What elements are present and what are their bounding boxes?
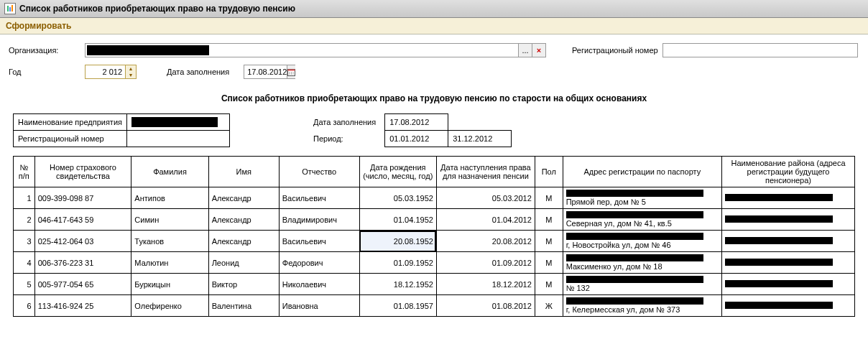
col-num: № п/п [14,157,35,187]
org-clear-button[interactable]: × [532,44,545,57]
col-patr: Отчество [279,157,359,187]
table-row[interactable]: 6113-416-924 25ОлефиренкоВалентинаИванов… [14,295,855,317]
col-pd: Дата наступления права для назначения пе… [436,157,535,187]
year-down-button[interactable]: ▼ [126,72,136,78]
app-icon [4,3,16,14]
window-title: Список работников приобретающих право на… [19,4,295,14]
col-dist: Наименование района (адреса регистрации … [722,157,855,187]
org-lookup-button[interactable]: ... [518,44,532,57]
date-info-table: Дата заполнения 17.08.2012 Период: 01.01… [309,113,512,147]
fill-date-value2: 17.08.2012 [385,114,448,131]
table-row[interactable]: 2046-417-643 59СиминАлександрВладимирови… [14,209,855,231]
data-table[interactable]: № п/п Номер страхового свидетельства Фам… [13,156,855,317]
period-from: 01.01.2012 [385,131,448,147]
reg-input[interactable] [662,43,858,57]
table-row[interactable]: 1009-399-098 87АнтиповАлександрВасильеви… [14,187,855,209]
generate-button[interactable]: Сформировать [6,21,71,31]
header-row: № п/п Номер страхового свидетельства Фам… [14,157,855,187]
col-bd: Дата рождения (число, месяц, год) [359,157,436,187]
col-name: Имя [208,157,279,187]
toolbar: Сформировать [0,18,868,34]
svg-rect-2 [11,5,13,11]
col-fam: Фамилия [131,157,208,187]
year-input[interactable]: 2 012 ▲ ▼ [85,65,137,79]
fill-date-label: Дата заполнения [167,68,229,76]
filters-panel: Организация: ... × Регистрационый номер … [0,34,868,82]
report-area: Список работников приобретающих право на… [0,82,868,330]
calendar-button[interactable] [287,65,295,78]
table-row[interactable]: 4006-376-223 31МалютинЛеонидФедорович01.… [14,252,855,274]
org-label: Организация: [9,46,80,55]
col-sex: Пол [535,157,563,187]
reg-label: Регистрационый номер [572,46,658,55]
org-input[interactable]: ... × [85,43,546,57]
fill-date-label2: Дата заполнения [309,114,385,131]
calendar-icon [287,68,295,76]
year-up-button[interactable]: ▲ [126,65,136,72]
period-label: Период: [309,131,385,147]
col-ins: Номер страхового свидетельства [34,157,131,187]
svg-rect-1 [9,7,11,11]
svg-rect-0 [7,6,9,11]
table-row[interactable]: 5005-977-054 65БуркицынВикторНиколаевич1… [14,274,855,295]
org-name-label: Наименование предприятия [14,114,127,131]
report-title: Список работников приобретающих право на… [13,93,855,103]
year-label: Год [9,68,80,76]
reg-num-value [127,131,230,147]
window-titlebar: Список работников приобретающих право на… [0,0,868,18]
col-addr: Адрес регистрации по паспорту [563,157,721,187]
svg-rect-4 [288,69,295,70]
org-name-value [127,114,230,131]
period-to: 31.12.2012 [448,131,512,147]
org-value-redacted [87,45,209,55]
reg-num-label: Регистрационый номер [14,131,127,147]
org-info-table: Наименование предприятия Регистрационый … [13,113,230,147]
fill-date-input[interactable]: 17.08.2012 [244,65,295,79]
table-row[interactable]: 3025-412-064 03ТукановАлександрВасильеви… [14,231,855,252]
